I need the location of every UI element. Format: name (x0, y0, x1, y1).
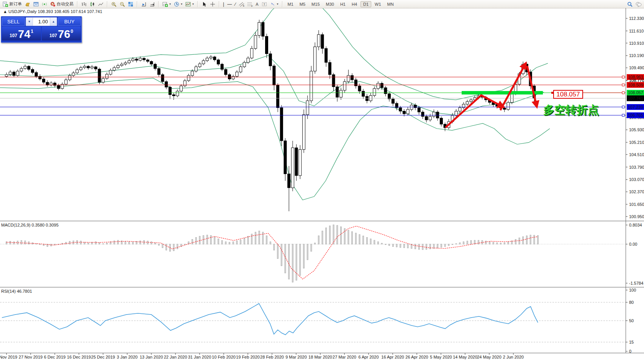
timeframe-m5[interactable]: M5 (297, 1, 308, 7)
period-button[interactable]: ▾ (172, 1, 184, 7)
candle-body (65, 80, 67, 84)
zoom-out-button[interactable] (118, 1, 126, 7)
crosshair-button[interactable] (208, 1, 217, 7)
timeframe-m1[interactable]: M1 (285, 1, 296, 7)
candle-body (310, 71, 313, 101)
fibo-icon: F (247, 2, 252, 7)
timeframe-d1[interactable]: D1 (361, 1, 371, 7)
overlay-annotations-layer[interactable]: 108.057多空转折点 (446, 64, 624, 127)
new-order-button[interactable]: 新订单 (1, 1, 23, 7)
macd-bar (210, 235, 211, 244)
shift-end-button[interactable] (139, 1, 148, 7)
date-axis[interactable]: 8 Nov 201927 Nov 20196 Dec 201916 Dec 20… (0, 353, 524, 359)
trend-zigzag-arrow[interactable] (500, 64, 526, 110)
vline-button[interactable]: | (221, 1, 226, 7)
vline-icon: | (223, 2, 224, 7)
timeframe-m30[interactable]: M30 (323, 1, 337, 7)
chat-icon[interactable] (636, 2, 641, 7)
macd-bar (221, 241, 223, 245)
channel-button[interactable]: E (237, 1, 246, 7)
timeframe-h1[interactable]: H1 (338, 1, 348, 7)
new-order-icon (3, 2, 8, 7)
zoom-in-button[interactable] (110, 1, 118, 7)
macd-panel-layer[interactable] (0, 225, 626, 282)
trendline-button[interactable]: ∕ (233, 1, 237, 7)
price-chart-layer[interactable] (0, 8, 626, 211)
price-tick-label: 100.950 (629, 214, 644, 219)
chevron-down-icon: ▾ (192, 2, 194, 6)
macd-bar (13, 242, 15, 244)
candle-body (146, 60, 149, 61)
buy-price-panel[interactable]: 107 76 0 (42, 27, 81, 41)
line-anchor[interactable] (622, 76, 624, 78)
candle-body (98, 69, 101, 82)
label-button[interactable]: T (260, 1, 269, 7)
leader-anchor[interactable] (551, 92, 553, 94)
price-tick-label: 111.610 (629, 29, 644, 33)
tile-windows-button[interactable] (126, 1, 135, 7)
bar-chart-button[interactable] (80, 1, 88, 7)
shift-end-icon (141, 2, 146, 7)
cn-annotation-text[interactable]: 多空转折点 (543, 104, 599, 116)
volume-box: ▼ 1.00 ▲ (26, 17, 57, 26)
leader-anchor[interactable] (622, 91, 624, 94)
timeframe-group: M1M5M15M30H1H4D1W1MN (283, 0, 398, 8)
fibo-button[interactable]: F (246, 1, 254, 7)
trend-zigzag-arrow[interactable] (446, 95, 503, 127)
signal-button[interactable] (40, 1, 49, 7)
candlestick-button[interactable] (88, 1, 97, 7)
autotrade-button[interactable]: 自动交易 (49, 1, 75, 7)
candle-body (254, 36, 257, 49)
sell-price-panel[interactable]: 107 74 1 (2, 27, 41, 41)
line-anchor[interactable] (622, 106, 624, 108)
macd-bar (80, 241, 82, 244)
cursor-button[interactable] (200, 1, 208, 7)
volume-input[interactable]: 1.00 (33, 18, 50, 26)
hline-button[interactable]: — (226, 1, 233, 7)
candle-body (195, 67, 197, 71)
macd-bar (147, 241, 148, 244)
search-icon[interactable] (627, 2, 633, 7)
volume-increase-button[interactable]: ▲ (50, 18, 57, 26)
chevron-down-icon: ▾ (181, 2, 182, 6)
macd-bar (429, 244, 431, 249)
gold-button[interactable] (23, 1, 32, 7)
indicators-button[interactable]: ▾ (184, 1, 195, 7)
timeframe-w1[interactable]: W1 (372, 1, 384, 7)
line-anchor[interactable] (622, 114, 624, 116)
candle-body (221, 64, 223, 70)
line-chart-button[interactable] (97, 1, 105, 7)
volume-decrease-button[interactable]: ▼ (26, 18, 33, 26)
macd-bar (415, 244, 416, 249)
macd-bar (315, 243, 316, 244)
sell-button[interactable]: SELL (2, 17, 25, 26)
macd-bar (459, 243, 460, 244)
timeframe-h4[interactable]: H4 (349, 1, 360, 7)
bar-chart-icon (81, 2, 87, 7)
candle-body (31, 69, 34, 72)
chart-area[interactable]: 108.057多空转折点 112.330111.610110.910110.19… (0, 8, 644, 362)
support-band[interactable] (462, 91, 543, 95)
macd-bar (125, 241, 126, 244)
line-anchor[interactable] (622, 84, 624, 86)
timeframe-m15[interactable]: M15 (309, 1, 322, 7)
one-click-trading-panel: SELL ▼ 1.00 ▲ BUY 107 74 1 107 76 0 (1, 16, 82, 43)
shapes-button[interactable]: ▾ (269, 1, 280, 7)
price-tick-label: 110.190 (629, 53, 644, 58)
date-label: 19 Feb 2020 (236, 355, 260, 359)
svg-text:T: T (263, 3, 265, 6)
date-label: 27 Mar 2020 (333, 355, 356, 359)
timeframe-mn[interactable]: MN (385, 1, 397, 7)
macd-bar (292, 244, 293, 282)
candle-body (236, 72, 238, 76)
buy-button[interactable]: BUY (58, 17, 81, 26)
text-button[interactable]: A (254, 1, 260, 7)
price-axis[interactable]: 112.330111.610110.910110.190109.490108.7… (626, 16, 644, 354)
rsi-panel-layer[interactable] (0, 302, 626, 342)
shapes-icon (270, 2, 275, 7)
auto-scroll-button[interactable] (148, 1, 156, 7)
new-chart-button[interactable]: ▾ (161, 1, 172, 7)
macd-bar (106, 243, 107, 244)
date-label: 16 Apr 2020 (381, 355, 404, 359)
window-chart-button[interactable] (32, 1, 40, 7)
